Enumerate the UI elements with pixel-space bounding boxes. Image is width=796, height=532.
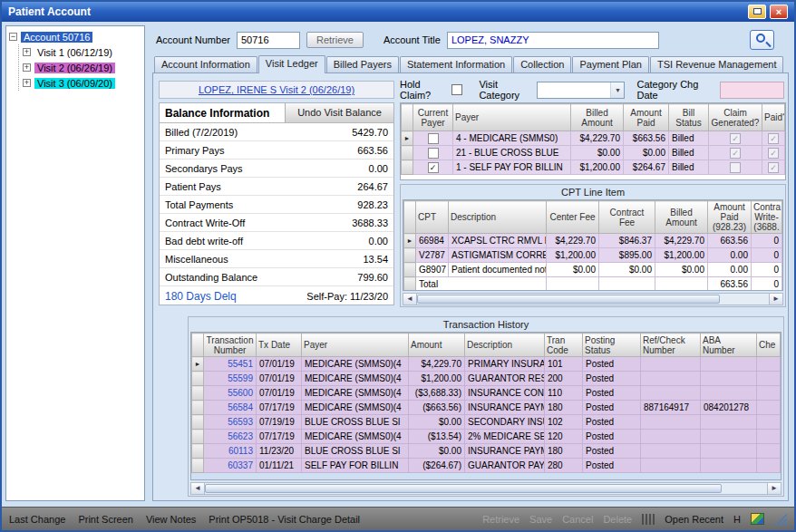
status-cancel-button[interactable]: Cancel	[562, 514, 593, 525]
patient-visit-link[interactable]: LOPEZ, IRENE S Visit 2 (06/26/19)	[199, 84, 354, 95]
scrollbar-thumb[interactable]	[417, 295, 720, 304]
status-print-op5018[interactable]: Print OP5018 - Visit Charge Detail	[209, 514, 360, 525]
hold-claim-checkbox[interactable]	[451, 84, 462, 95]
col-description[interactable]: Description	[449, 201, 547, 234]
col-claim-generated[interactable]: Claim Generated?	[709, 104, 762, 131]
tree-node-visit2[interactable]: + Visit 2 (06/26/19)	[23, 60, 144, 75]
cpt-row[interactable]: ► 66984 XCAPSL CTRC RMVL IN $4,229.70 $8…	[404, 234, 782, 248]
col-tran-code[interactable]: Tran Code	[545, 334, 583, 357]
current-payer-checkbox[interactable]	[428, 133, 439, 144]
app-chart-icon[interactable]	[751, 513, 764, 525]
tree-node-account[interactable]: − Account 50716	[9, 29, 144, 44]
col-aba-number[interactable]: ABA Number	[701, 334, 757, 357]
col-paid[interactable]: Paid?	[762, 104, 785, 131]
status-view-notes[interactable]: View Notes	[146, 514, 196, 525]
close-icon[interactable]: ×	[770, 5, 788, 19]
tab-payment-plan[interactable]: Payment Plan	[572, 56, 648, 73]
col-check[interactable]: Che	[757, 334, 781, 357]
transaction-row[interactable]: 60337 01/11/21 SELF PAY FOR BILLIN ($264…	[192, 459, 781, 473]
tab-collection[interactable]: Collection	[513, 56, 571, 73]
tree-visit1-label[interactable]: Visit 1 (06/12/19)	[34, 47, 115, 58]
expand-icon[interactable]: +	[23, 79, 31, 87]
transaction-row[interactable]: 60113 11/23/20 BLUE CROSS BLUE SI $0.00 …	[192, 444, 781, 459]
transaction-number[interactable]: 60337	[204, 459, 257, 473]
col-billed-amount[interactable]: Billed Amount	[655, 201, 708, 234]
cpt-row[interactable]: G8907 Patient documented not t $0.00 $0.…	[404, 263, 782, 277]
col-center-fee[interactable]: Center Fee	[547, 201, 599, 234]
transaction-row[interactable]: 55599 07/01/19 MEDICARE (SMMS0)(4 $1,200…	[192, 372, 781, 386]
tab-account-information[interactable]: Account Information	[154, 56, 257, 73]
status-delete-button[interactable]: Delete	[603, 514, 632, 525]
scrollbar-thumb[interactable]	[205, 484, 722, 493]
transaction-number[interactable]: 60113	[204, 444, 257, 459]
payer-row[interactable]: ✓ 1 - SELF PAY FOR BILLIN $1,200.00 $264…	[402, 160, 785, 175]
tree-account-label[interactable]: Account 50716	[21, 32, 92, 43]
status-last-change[interactable]: Last Change	[9, 514, 65, 525]
status-print-screen[interactable]: Print Screen	[78, 514, 133, 525]
transaction-horizontal-scrollbar[interactable]: ◄ ►	[190, 482, 781, 495]
collapse-icon[interactable]: −	[9, 33, 17, 41]
cpt-horizontal-scrollbar[interactable]: ◄ ►	[403, 293, 783, 305]
tree-node-visit3[interactable]: + Visit 3 (06/09/20)	[23, 75, 144, 91]
transaction-row[interactable]: 56593 07/19/19 BLUE CROSS BLUE SI $0.00 …	[192, 415, 781, 430]
col-contract-fee[interactable]: Contract Fee	[599, 201, 655, 234]
tab-billed-payers[interactable]: Billed Payers	[326, 56, 399, 73]
payer-row[interactable]: 21 - BLUE CROSS BLUE $0.00 $0.00 Billed …	[402, 146, 785, 160]
col-description[interactable]: Description	[465, 334, 545, 357]
transaction-row[interactable]: 55600 07/01/19 MEDICARE (SMMS0)(4 ($3,68…	[192, 386, 781, 401]
transaction-number[interactable]: 56623	[204, 430, 257, 444]
col-cpt[interactable]: CPT	[416, 201, 449, 234]
transaction-number[interactable]: 55599	[204, 372, 257, 386]
chevron-down-icon[interactable]: ▼	[610, 82, 624, 98]
col-amount[interactable]: Amount	[409, 334, 465, 357]
col-payer[interactable]: Payer	[453, 104, 571, 131]
scroll-left-icon[interactable]: ◄	[191, 483, 205, 494]
tab-tsi-revenue-management[interactable]: TSI Revenue Management	[650, 56, 783, 73]
visit-category-select[interactable]: ▼	[537, 82, 625, 99]
restore-window-icon[interactable]	[748, 5, 766, 19]
tab-statement-information[interactable]: Statement Information	[400, 56, 512, 73]
tab-visit-ledger[interactable]: Visit Ledger	[258, 55, 325, 73]
col-current-payer[interactable]: Current Payer	[413, 104, 453, 131]
tree-visit3-label[interactable]: Visit 3 (06/09/20)	[34, 78, 115, 89]
current-payer-checkbox[interactable]: ✓	[428, 162, 439, 173]
search-button[interactable]	[750, 30, 774, 50]
open-recent-button[interactable]: Open Recent	[665, 514, 723, 525]
scroll-right-icon[interactable]: ►	[767, 483, 781, 494]
col-payer[interactable]: Payer	[302, 334, 409, 357]
col-contract-writeoff[interactable]: Contra Write- (3688.	[752, 201, 782, 234]
transaction-number[interactable]: 55451	[204, 357, 257, 372]
account-number-input[interactable]: 50716	[237, 32, 300, 49]
title-bar[interactable]: Patient Account ×	[2, 2, 794, 22]
transaction-row[interactable]: 56623 07/17/19 MEDICARE (SMMS0)(4 ($13.5…	[192, 430, 781, 444]
col-tx-date[interactable]: Tx Date	[257, 334, 302, 357]
col-billed-amount[interactable]: Billed Amount	[571, 104, 624, 131]
current-payer-checkbox[interactable]	[428, 148, 439, 159]
scroll-left-icon[interactable]: ◄	[403, 294, 417, 305]
payer-row[interactable]: ► 4 - MEDICARE (SMMS0) $4,229.70 $663.56…	[402, 131, 785, 146]
expand-icon[interactable]: +	[23, 48, 31, 56]
status-retrieve-button[interactable]: Retrieve	[482, 514, 519, 525]
undo-visit-balance-button[interactable]: Undo Visit Balance	[285, 103, 393, 122]
transaction-row[interactable]: 56584 07/17/19 MEDICARE (SMMS0)(4 ($663.…	[192, 401, 781, 415]
status-save-button[interactable]: Save	[529, 514, 552, 525]
transaction-number[interactable]: 56593	[204, 415, 257, 430]
col-transaction-number[interactable]: Transaction Number	[204, 334, 257, 357]
retrieve-button[interactable]: Retrieve	[306, 32, 364, 48]
transaction-number[interactable]: 56584	[204, 401, 257, 415]
account-title-input[interactable]: LOPEZ, SNAZZY	[447, 32, 659, 49]
col-bill-status[interactable]: Bill Status	[669, 104, 709, 131]
col-amount-paid[interactable]: Amount Paid (928.23)	[708, 201, 752, 234]
scroll-right-icon[interactable]: ►	[769, 294, 782, 305]
help-label[interactable]: H	[733, 514, 741, 525]
transaction-row[interactable]: ► 55451 07/01/19 MEDICARE (SMMS0)(4 $4,2…	[192, 357, 781, 372]
category-chg-date-input[interactable]	[720, 82, 784, 99]
transaction-number[interactable]: 55600	[204, 386, 257, 401]
col-ref-check-number[interactable]: Ref/Check Number	[641, 334, 701, 357]
col-amount-paid[interactable]: Amount Paid	[624, 104, 669, 131]
cpt-row[interactable]: V2787 ASTIGMATISM CORREC $1,200.00 $895.…	[404, 248, 782, 263]
col-posting-status[interactable]: Posting Status	[583, 334, 641, 357]
resize-grip-icon[interactable]	[774, 513, 787, 526]
tree-visit2-label[interactable]: Visit 2 (06/26/19)	[34, 63, 115, 73]
expand-icon[interactable]: +	[23, 63, 31, 72]
